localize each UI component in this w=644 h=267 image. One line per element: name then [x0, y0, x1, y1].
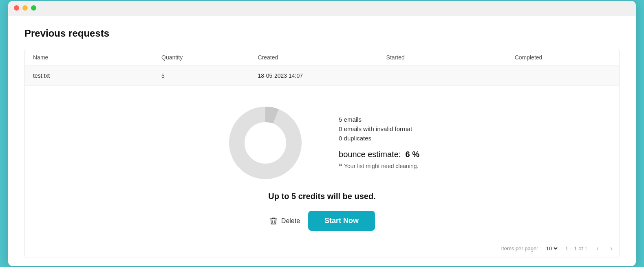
cell-created: 18-05-2023 14:07 — [258, 72, 386, 79]
table-row[interactable]: test.txt 5 18-05-2023 14:07 — [25, 66, 619, 86]
col-started: Started — [386, 54, 515, 61]
titlebar — [8, 1, 636, 15]
stat-invalid: 0 emails with invalid format — [339, 125, 419, 132]
prev-page-button[interactable]: ‹ — [594, 243, 601, 254]
stat-emails: 5 emails — [339, 116, 419, 123]
start-now-button[interactable]: Start Now — [308, 211, 375, 231]
minimize-button[interactable] — [22, 5, 28, 11]
pagination-bar: Items per page: 10 25 50 1 – 1 of 1 ‹ › — [25, 239, 619, 258]
close-button[interactable] — [14, 5, 19, 11]
main-content: Previous requests Name Quantity Created … — [8, 15, 636, 266]
delete-button[interactable]: Delete — [269, 217, 300, 225]
svg-point-0 — [237, 114, 294, 171]
bounce-section: bounce estimate: 6 % ❝ Your list might n… — [339, 150, 419, 170]
col-completed: Completed — [515, 54, 611, 61]
actions-bar: Delete Start Now — [25, 211, 619, 231]
trash-icon — [269, 217, 278, 225]
app-window: Previous requests Name Quantity Created … — [8, 1, 636, 266]
per-page-select[interactable]: 10 25 50 — [545, 245, 559, 252]
table-header: Name Quantity Created Started Completed — [25, 49, 619, 66]
maximize-button[interactable] — [31, 5, 36, 11]
detail-row: 5 emails 0 emails with invalid format 0 … — [25, 86, 619, 258]
bounce-value: 6 % — [405, 150, 419, 159]
bounce-estimate: bounce estimate: 6 % — [339, 150, 419, 159]
credits-text: Up to 5 credits will be used. — [25, 192, 619, 201]
page-title: Previous requests — [24, 28, 620, 39]
cell-name: test.txt — [33, 72, 161, 79]
stat-duplicates: 0 duplicates — [339, 135, 419, 142]
cell-quantity: 5 — [161, 72, 258, 79]
col-name: Name — [33, 54, 161, 61]
per-page-label: Items per page: — [501, 245, 538, 252]
col-created: Created — [258, 54, 386, 61]
warning-text: ❝ Your list might need cleaning. — [339, 162, 419, 170]
page-range: 1 – 1 of 1 — [565, 245, 587, 252]
next-page-button[interactable]: › — [608, 243, 615, 254]
quote-icon: ❝ — [339, 162, 342, 170]
requests-table: Name Quantity Created Started Completed … — [24, 49, 620, 258]
donut-chart — [225, 102, 306, 184]
stats-panel: 5 emails 0 emails with invalid format 0 … — [339, 116, 419, 170]
detail-section: 5 emails 0 emails with invalid format 0 … — [25, 90, 619, 192]
col-quantity: Quantity — [161, 54, 258, 61]
stats-lines: 5 emails 0 emails with invalid format 0 … — [339, 116, 419, 142]
donut-svg — [225, 102, 306, 184]
